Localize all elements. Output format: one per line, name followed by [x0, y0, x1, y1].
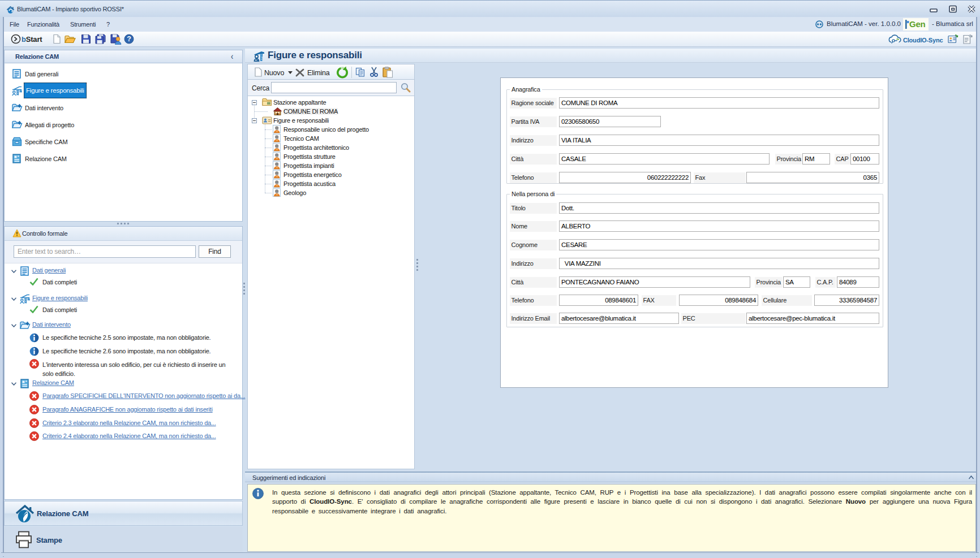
svg-text:?: ?	[127, 35, 131, 43]
